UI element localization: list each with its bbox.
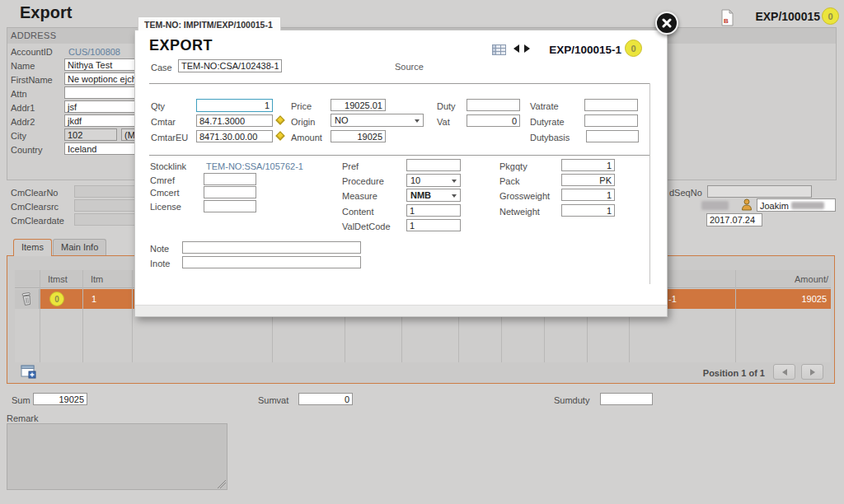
- accountid-label: AccountID: [11, 47, 53, 57]
- close-icon[interactable]: [655, 12, 678, 35]
- sumduty-label: Sumduty: [554, 395, 589, 405]
- address-section-title: ADDRESS: [11, 30, 56, 40]
- modal-heading: EXPORT: [149, 37, 213, 54]
- dutybasis-field[interactable]: [586, 130, 639, 142]
- content-field[interactable]: [406, 204, 461, 217]
- dutyrate-field[interactable]: [584, 114, 638, 127]
- addr2-label: Addr2: [11, 117, 35, 127]
- measure-select[interactable]: NMB: [406, 189, 461, 202]
- vat-label: Vat: [437, 117, 450, 127]
- modal-doc-ref: EXP/100015-1: [539, 44, 621, 56]
- cmclearsrc-label: CmClearsrc: [11, 202, 59, 212]
- remark-label: Remark: [7, 413, 39, 423]
- grid-view-icon[interactable]: [492, 44, 506, 58]
- seqno-label: dSeqNo: [669, 188, 702, 198]
- procedure-label: Procedure: [342, 176, 384, 186]
- grossweight-field[interactable]: [561, 189, 615, 201]
- city-field[interactable]: [64, 128, 117, 141]
- addr1-label: Addr1: [11, 103, 35, 113]
- accountid-link[interactable]: CUS/100808: [68, 47, 120, 57]
- valdetcode-label: ValDetCode: [342, 222, 391, 231]
- sumduty-field[interactable]: [600, 393, 653, 405]
- col-header-itm[interactable]: Itm: [91, 274, 103, 284]
- pkgqty-label: Pkgqty: [499, 161, 528, 171]
- name-label: Name: [11, 61, 35, 71]
- col-header-itmst[interactable]: Itmst: [48, 274, 68, 284]
- duty-label: Duty: [437, 101, 456, 111]
- chevron-down-icon: [415, 119, 420, 123]
- license-label: License: [150, 202, 181, 212]
- valdetcode-field[interactable]: [406, 219, 461, 231]
- duty-field[interactable]: [467, 99, 520, 111]
- cmtareu-field[interactable]: [196, 130, 273, 142]
- license-field[interactable]: [204, 200, 256, 212]
- date-field[interactable]: [706, 213, 762, 226]
- delete-row-icon[interactable]: [15, 289, 40, 309]
- inote-field[interactable]: [182, 256, 361, 268]
- user-field[interactable]: Joakim: [757, 198, 836, 212]
- pref-field[interactable]: [406, 159, 461, 171]
- modal-tab-title: TEM-NO: IMPITM/EXP/100015-1: [138, 16, 281, 30]
- resize-handle[interactable]: [218, 480, 226, 488]
- user-name: Joakim: [760, 201, 789, 211]
- new-record-icon[interactable]: [21, 365, 36, 382]
- row-amount-value: 19025: [736, 294, 827, 304]
- stocklink-link[interactable]: TEM-NO:SSA/105762-1: [206, 161, 303, 171]
- pager-prev-button[interactable]: [773, 364, 795, 380]
- netweight-label: Netweight: [499, 207, 540, 217]
- row-partial-value: -1: [668, 294, 677, 304]
- col-header-amount[interactable]: Amount/: [736, 274, 828, 284]
- redacted-user-suffix: [791, 202, 824, 209]
- prev-record-icon[interactable]: [513, 44, 519, 53]
- user-icon: [741, 198, 753, 214]
- grid-divider: [735, 270, 736, 362]
- export-page: Export B EXP/100015 0 ADDRESS AccountID …: [0, 0, 844, 504]
- remark-textarea[interactable]: [7, 423, 227, 490]
- cmcert-field[interactable]: [204, 186, 256, 198]
- pager-next-button[interactable]: [801, 364, 823, 380]
- row-itmst-badge: 0: [49, 292, 64, 306]
- tab-main-info[interactable]: Main Info: [53, 239, 106, 256]
- origin-select[interactable]: NO: [331, 114, 424, 127]
- sum-field[interactable]: [33, 393, 87, 405]
- vatrate-field[interactable]: [584, 99, 638, 111]
- note-field[interactable]: [182, 241, 361, 254]
- price-field[interactable]: [331, 99, 386, 111]
- cmcert-label: Cmcert: [150, 188, 179, 198]
- next-record-icon[interactable]: [524, 44, 530, 53]
- city-label: City: [11, 131, 26, 141]
- amount-field[interactable]: [331, 130, 386, 142]
- svg-text:B: B: [724, 17, 729, 25]
- cmref-field[interactable]: [204, 173, 256, 185]
- pager-position: Position 1 of 1: [676, 368, 765, 378]
- tab-items[interactable]: Items: [13, 239, 52, 256]
- pack-label: Pack: [499, 176, 519, 186]
- cmtar-field[interactable]: [196, 114, 273, 127]
- vatrate-label: Vatrate: [530, 101, 559, 111]
- inote-label: Inote: [150, 259, 170, 268]
- cmtareu-lookup-icon[interactable]: [275, 131, 284, 140]
- case-field[interactable]: [178, 59, 282, 72]
- country-label: Country: [11, 145, 43, 155]
- netweight-field[interactable]: [561, 204, 615, 217]
- pkgqty-field[interactable]: [561, 159, 615, 171]
- procedure-select[interactable]: 10: [406, 174, 461, 187]
- pack-field[interactable]: [561, 174, 615, 186]
- sumvat-field[interactable]: [298, 393, 353, 405]
- cmtar-lookup-icon[interactable]: [275, 115, 284, 124]
- cmclearno-label: CmClearNo: [11, 188, 58, 198]
- sumvat-label: Sumvat: [258, 395, 288, 405]
- amount-label: Amount: [291, 133, 322, 142]
- sum-label: Sum: [12, 395, 30, 405]
- case-label: Case: [151, 63, 172, 72]
- modal-doc-badge: 0: [625, 40, 642, 57]
- content-label: Content: [342, 207, 374, 217]
- seqno-field[interactable]: [707, 185, 812, 198]
- vat-field[interactable]: [467, 114, 520, 127]
- cmref-label: Cmref: [150, 175, 175, 185]
- cmcleardate-label: CmCleardate: [11, 216, 64, 226]
- qty-field[interactable]: [196, 99, 273, 112]
- export-item-modal: EXPORT EXP/100015-1 0 Case Source Qty Pr…: [134, 30, 668, 317]
- measure-value: NMB: [410, 190, 431, 200]
- cmtareu-label: CmtarEU: [151, 133, 188, 142]
